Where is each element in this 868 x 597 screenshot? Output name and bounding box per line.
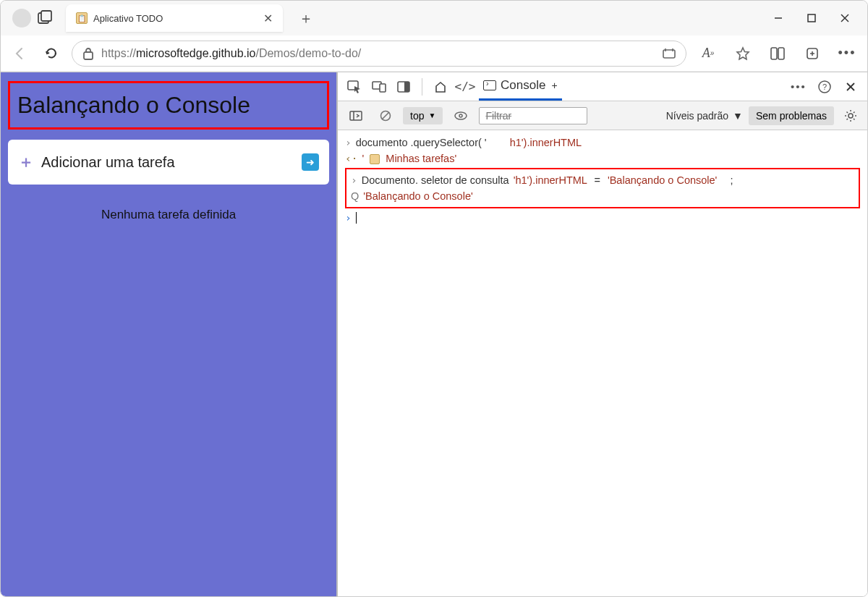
code-text: h1').innerHTML [510,137,582,148]
todo-app: Balançando o Console ＋ Adicionar uma tar… [1,72,336,596]
devtools-tab-bar: </> Console + ••• ? [338,72,867,101]
highlighted-console-block: › Documento. seletor de consulta 'h1').i… [345,168,860,208]
back-button[interactable] [8,42,31,65]
maximize-button[interactable] [795,1,828,35]
svg-text:?: ? [822,82,827,91]
tab-title: Aplicativo TODO [93,13,258,24]
devtools-more-icon[interactable]: ••• [788,76,809,98]
new-tab-button[interactable]: ＋ [293,9,319,28]
code-text: Documento. seletor de consulta [362,174,509,186]
help-icon[interactable]: ? [814,76,835,98]
code-text: 'Balançando o Console' [608,174,717,186]
code-text: ' [362,153,364,164]
filter-input[interactable] [479,107,587,124]
welcome-tab-icon[interactable] [430,76,451,98]
console-line: › Documento. seletor de consulta 'h1').i… [351,172,854,188]
content-area: Balançando o Console ＋ Adicionar uma tar… [1,72,867,596]
console-output[interactable]: › documento .querySelector( ' h1').inner… [338,130,867,596]
close-window-button[interactable] [828,1,861,35]
toggle-sidebar-icon[interactable] [344,108,368,124]
log-levels-dropdown[interactable]: Níveis padrão ▼ [666,110,743,122]
console-toolbar: top ▼ Níveis padrão ▼ Sem problemas [338,101,867,130]
log-levels-label: Níveis padrão [666,110,728,122]
no-tasks-text: Nenhuma tarefa definida [8,208,329,222]
svg-rect-19 [404,82,409,92]
address-bar: https://microsoftedge.github.io/Demos/de… [1,35,867,72]
tab-close-icon[interactable]: ✕ [263,12,273,25]
prompt-icon: › [351,174,357,186]
elements-tab-icon[interactable]: </> [454,76,476,98]
add-task-card[interactable]: ＋ Adicionar uma tarefa ➜ [8,140,329,185]
console-line: › documento .querySelector( ' h1').inner… [345,135,860,151]
context-label: top [410,110,424,122]
refresh-button[interactable] [40,42,63,65]
console-line: Q 'Balançando o Console' [351,188,854,204]
prompt-icon: › [345,212,352,224]
console-settings-icon[interactable] [840,109,861,122]
console-prompt[interactable]: › [345,210,860,226]
add-task-label: Adicionar uma tarefa [41,154,294,171]
live-expression-icon[interactable] [448,109,473,123]
dropdown-arrow-icon: ▼ [733,110,743,122]
result-marker: Q [351,190,359,202]
svg-rect-3 [808,14,815,22]
app-heading: Balançando o Console [8,81,329,130]
browser-menu-button[interactable]: ••• [834,41,860,67]
split-screen-button[interactable] [765,41,791,67]
inspect-element-icon[interactable] [344,76,365,98]
clipboard-icon [370,154,380,164]
profile-avatar[interactable] [12,9,31,27]
lock-icon[interactable] [82,47,94,60]
context-selector[interactable]: top ▼ [403,107,443,124]
devtools-close-icon[interactable] [840,76,861,98]
issues-button[interactable]: Sem problemas [749,106,834,125]
result-icon: ‹· [345,153,357,164]
console-tab-label: Console [501,78,545,93]
svg-rect-1 [41,11,51,21]
favorite-button[interactable] [730,41,756,67]
tab-favicon-icon: 📋 [76,12,88,24]
console-tab[interactable]: Console + [479,72,562,101]
code-text: Minhas tarefas' [386,153,456,164]
minimize-button[interactable] [762,1,795,35]
code-text: ; [730,174,733,186]
code-text: documento .querySelector( ' [356,137,487,148]
code-text: 'h1').innerHTML [514,174,587,186]
console-line: ‹· ' Minhas tarefas' [345,151,860,166]
submit-task-icon[interactable]: ➜ [302,153,319,171]
svg-line-27 [382,112,389,119]
svg-point-30 [848,114,853,118]
read-aloud-button[interactable]: A» [695,41,721,67]
svg-point-29 [459,114,462,117]
svg-rect-11 [778,48,784,59]
devtools-panel: </> Console + ••• ? [336,72,867,596]
svg-rect-10 [771,48,777,59]
device-toggle-icon[interactable] [368,76,390,98]
plus-icon: ＋ [18,151,34,173]
svg-rect-24 [350,111,362,120]
code-text: 'Balançando o Console' [363,190,472,202]
collections-button[interactable] [799,41,825,67]
titlebar: 📋 Aplicativo TODO ✕ ＋ [1,1,867,35]
text-cursor [356,212,357,224]
app-available-icon[interactable] [663,48,676,59]
code-text: = [594,174,600,186]
svg-point-28 [455,112,467,119]
url-box[interactable]: https://microsoftedge.github.io/Demos/de… [72,41,686,67]
url-text: https://microsoftedge.github.io/Demos/de… [101,47,361,60]
more-tabs-icon[interactable]: + [551,80,557,91]
dock-side-icon[interactable] [393,76,414,98]
prompt-icon: › [345,137,352,148]
tab-actions-icon[interactable] [37,10,53,26]
svg-rect-6 [84,52,93,59]
dropdown-arrow-icon: ▼ [428,111,435,119]
console-icon [483,80,496,90]
clear-console-icon[interactable] [374,107,397,124]
svg-rect-17 [380,84,386,92]
browser-tab[interactable]: 📋 Aplicativo TODO ✕ [66,4,283,32]
